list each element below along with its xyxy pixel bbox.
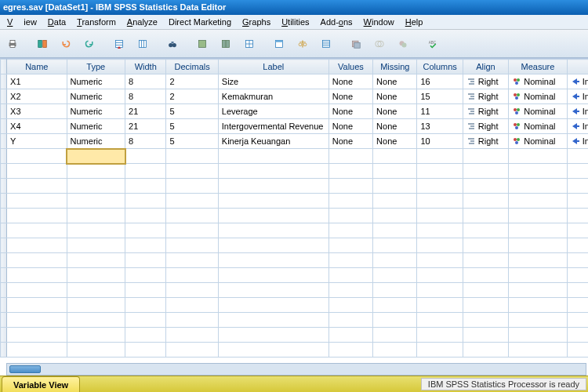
- table-row-empty[interactable]: [1, 268, 589, 283]
- empty-cell[interactable]: [166, 253, 218, 268]
- empty-cell[interactable]: [125, 313, 166, 328]
- menu-view[interactable]: View: [2, 17, 42, 27]
- cell-align[interactable]: Right: [463, 134, 508, 149]
- empty-cell[interactable]: [567, 223, 588, 238]
- empty-cell[interactable]: [509, 283, 567, 298]
- empty-cell[interactable]: [567, 298, 588, 313]
- empty-cell[interactable]: [463, 149, 508, 164]
- empty-cell[interactable]: [509, 223, 567, 238]
- empty-cell[interactable]: [463, 179, 508, 194]
- empty-cell[interactable]: [166, 149, 218, 164]
- empty-cell[interactable]: [7, 209, 67, 223]
- empty-cell[interactable]: [7, 298, 67, 313]
- empty-cell[interactable]: [7, 253, 67, 268]
- empty-cell[interactable]: [463, 283, 508, 298]
- row-header[interactable]: [1, 313, 7, 328]
- cell-width[interactable]: 8: [125, 89, 166, 104]
- empty-cell[interactable]: [67, 268, 125, 283]
- empty-cell[interactable]: [125, 164, 166, 179]
- table-row-empty[interactable]: [1, 194, 589, 209]
- cell-measure[interactable]: Nominal: [509, 89, 567, 104]
- empty-cell[interactable]: [218, 283, 328, 298]
- empty-cell[interactable]: [125, 238, 166, 253]
- empty-cell[interactable]: [373, 179, 417, 194]
- cell-missing[interactable]: None: [373, 74, 417, 89]
- cell-type[interactable]: Numeric: [67, 74, 125, 89]
- cell-align[interactable]: Right: [463, 89, 508, 104]
- empty-cell[interactable]: [509, 149, 567, 164]
- empty-cell[interactable]: [328, 209, 372, 223]
- table-row[interactable]: YNumeric85Kinerja KeuanganNoneNone10Righ…: [1, 134, 589, 149]
- empty-cell[interactable]: [328, 313, 372, 328]
- tab-variable-view[interactable]: Variable View: [2, 376, 80, 392]
- empty-cell[interactable]: [463, 209, 508, 223]
- table-row[interactable]: X1Numeric82SizeNoneNone16RightNominalIn: [1, 74, 589, 89]
- empty-cell[interactable]: [218, 209, 328, 223]
- row-header[interactable]: [1, 328, 7, 343]
- row-header[interactable]: [1, 253, 7, 268]
- horizontal-scrollbar[interactable]: [6, 363, 586, 376]
- weight-cases-button[interactable]: [215, 33, 237, 55]
- empty-cell[interactable]: [166, 268, 218, 283]
- cell-decimals[interactable]: 2: [166, 74, 218, 89]
- table-row-empty[interactable]: [1, 283, 589, 298]
- empty-cell[interactable]: [509, 209, 567, 223]
- empty-cell[interactable]: [373, 164, 417, 179]
- table-row-empty[interactable]: [1, 149, 589, 164]
- empty-cell[interactable]: [166, 164, 218, 179]
- empty-cell[interactable]: [125, 149, 166, 164]
- table-row-empty[interactable]: [1, 209, 589, 223]
- cell-role[interactable]: In: [567, 134, 588, 149]
- empty-cell[interactable]: [417, 298, 463, 313]
- spellcheck-button[interactable]: ABC: [422, 33, 444, 55]
- empty-cell[interactable]: [67, 179, 125, 194]
- cell-label[interactable]: Kinerja Keuangan: [218, 134, 328, 149]
- empty-cell[interactable]: [7, 268, 67, 283]
- empty-cell[interactable]: [67, 164, 125, 179]
- empty-cell[interactable]: [7, 238, 67, 253]
- empty-cell[interactable]: [567, 238, 588, 253]
- goto-variable-button[interactable]: [132, 33, 154, 55]
- cell-name[interactable]: X1: [7, 74, 67, 89]
- cell-values[interactable]: None: [328, 74, 372, 89]
- table-row-empty[interactable]: [1, 298, 589, 313]
- empty-cell[interactable]: [166, 194, 218, 209]
- menu-help[interactable]: Help: [400, 17, 429, 27]
- empty-cell[interactable]: [463, 223, 508, 238]
- cell-decimals[interactable]: 2: [166, 89, 218, 104]
- empty-cell[interactable]: [328, 298, 372, 313]
- empty-cell[interactable]: [125, 283, 166, 298]
- empty-cell[interactable]: [166, 343, 218, 358]
- hdr-missing[interactable]: Missing: [373, 60, 417, 74]
- cell-values[interactable]: None: [328, 134, 372, 149]
- empty-cell[interactable]: [67, 298, 125, 313]
- empty-cell[interactable]: [218, 164, 328, 179]
- empty-cell[interactable]: [67, 223, 125, 238]
- cell-measure[interactable]: Nominal: [509, 104, 567, 119]
- empty-cell[interactable]: [373, 268, 417, 283]
- select-cases-button[interactable]: [238, 33, 260, 55]
- empty-cell[interactable]: [417, 328, 463, 343]
- empty-cell[interactable]: [417, 268, 463, 283]
- empty-cell[interactable]: [7, 328, 67, 343]
- cell-missing[interactable]: None: [373, 104, 417, 119]
- cell-label[interactable]: Intergovermental Revenue: [218, 119, 328, 134]
- empty-cell[interactable]: [125, 179, 166, 194]
- empty-cell[interactable]: [463, 194, 508, 209]
- empty-cell[interactable]: [125, 343, 166, 358]
- cell-missing[interactable]: None: [373, 119, 417, 134]
- menu-analyze[interactable]: Analyze: [122, 17, 163, 27]
- cell-columns[interactable]: 10: [417, 134, 463, 149]
- empty-cell[interactable]: [567, 209, 588, 223]
- cell-measure[interactable]: Nominal: [509, 134, 567, 149]
- variable-grid[interactable]: Name Type Width Decimals Label Values Mi…: [0, 59, 588, 358]
- empty-cell[interactable]: [328, 238, 372, 253]
- empty-cell[interactable]: [328, 164, 372, 179]
- row-header[interactable]: [1, 209, 7, 223]
- menu-graphs[interactable]: Graphs: [237, 17, 276, 27]
- table-row-empty[interactable]: [1, 164, 589, 179]
- empty-cell[interactable]: [218, 328, 328, 343]
- menu-utilities[interactable]: Utilities: [276, 17, 314, 27]
- empty-cell[interactable]: [567, 253, 588, 268]
- empty-cell[interactable]: [125, 223, 166, 238]
